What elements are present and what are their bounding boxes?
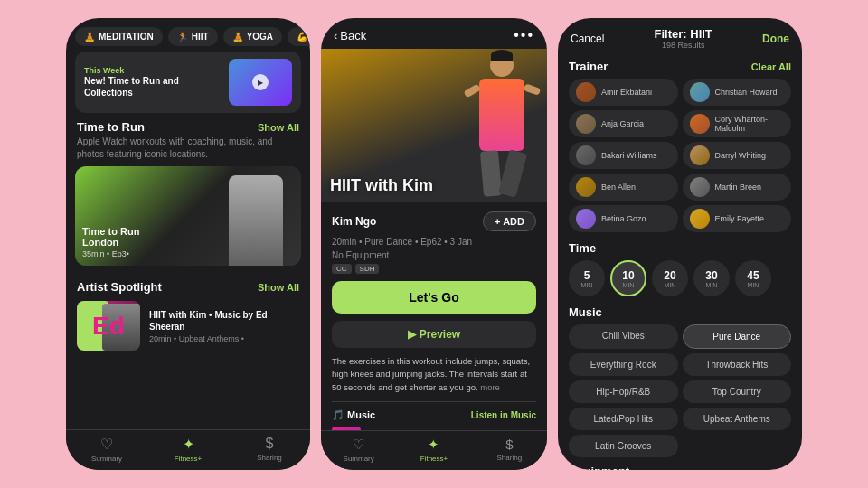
artist-image: Ed	[77, 301, 140, 351]
music-pure-dance[interactable]: Pure Dance	[683, 324, 792, 349]
trainer-section-header: Trainer Clear All	[569, 60, 791, 73]
trainer-name-cory: Cory Wharton-Malcolm	[715, 115, 785, 133]
music-chill-vibes[interactable]: Chill Vibes	[569, 324, 678, 349]
tab-meditation[interactable]: 🧘 MEDITATION	[75, 27, 163, 46]
time-section-header: Time	[569, 241, 791, 255]
time-pill-45[interactable]: 45 MIN	[735, 260, 771, 296]
equipment-section-title: Equipment	[569, 465, 629, 470]
artist-info: HIIT with Kim • Music by Ed Sheeran 20mi…	[149, 309, 299, 343]
trainer-anja[interactable]: Anja Garcia	[569, 110, 678, 137]
instructor-row: Kim Ngo + ADD	[332, 211, 536, 231]
music-title: 🎵 Music	[332, 409, 375, 421]
hiit-icon: 🏃	[177, 32, 188, 42]
s2-tab-summary[interactable]: ♡ Summary	[321, 436, 396, 463]
time-section-title: Time	[569, 241, 596, 255]
time-45-unit: MIN	[748, 282, 760, 288]
done-button[interactable]: Done	[762, 33, 789, 45]
artist-spotlight-header: Artist Spotlight Show All	[66, 273, 310, 296]
sharing-label: Sharing	[257, 454, 282, 462]
s2-tab-fitness-plus[interactable]: ✦ Fitness+	[396, 436, 471, 463]
music-hip-hop-rnb[interactable]: Hip-Hop/R&B	[569, 380, 678, 403]
time-to-run-show-all[interactable]: Show All	[258, 122, 299, 133]
tab-summary[interactable]: ♡ Summary	[66, 436, 147, 463]
yoga-icon: 🧘	[232, 32, 243, 42]
preview-play-icon: ▶	[408, 328, 416, 341]
more-link[interactable]: more	[480, 382, 500, 392]
time-to-run-title: Time to Run	[77, 120, 145, 134]
filter-title: Filter: HIIT	[655, 27, 712, 41]
artist-card[interactable]: Ed HIIT with Kim • Music by Ed Sheeran 2…	[66, 296, 310, 356]
trainer-emily[interactable]: Emily Fayette	[683, 205, 792, 232]
tab-yoga[interactable]: 🧘 YOGA	[223, 27, 282, 46]
trainer-betina[interactable]: Betina Gozo	[569, 205, 678, 232]
tab-core[interactable]: 💪 CORE	[288, 27, 310, 46]
back-chevron: ‹	[334, 29, 337, 42]
artist-spotlight-show-all[interactable]: Show All	[258, 282, 299, 293]
trainer-name-martin: Martin Breen	[715, 183, 762, 192]
trainer-ben[interactable]: Ben Allen	[569, 174, 678, 201]
time-pill-30[interactable]: 30 MIN	[693, 260, 730, 296]
s2-tab-sharing[interactable]: $ Sharing	[472, 436, 547, 463]
trainer-darryl[interactable]: Darryl Whiting	[683, 142, 792, 169]
this-week-title: New! Time to Run and Collections	[84, 75, 222, 99]
add-button[interactable]: + ADD	[483, 211, 536, 231]
figure-body	[479, 79, 524, 151]
play-button[interactable]: ▶	[252, 74, 269, 90]
time-pill-20[interactable]: 20 MIN	[652, 260, 688, 296]
music-everything-rock[interactable]: Everything Rock	[569, 353, 678, 376]
trainer-name-darryl: Darryl Whiting	[715, 151, 767, 160]
equipment-meta: No Equipment	[332, 250, 536, 260]
clear-all-button[interactable]: Clear All	[751, 61, 791, 72]
tab-sharing[interactable]: $ Sharing	[229, 436, 310, 463]
trainer-avatar-betina	[576, 209, 596, 229]
trainer-bakari[interactable]: Bakari Williams	[569, 142, 678, 169]
time-5-unit: MIN	[581, 282, 593, 288]
tab-hiit-label: HIIT	[192, 32, 209, 42]
person-silhouette	[229, 175, 283, 266]
s2-hero: HIIT with Kim	[321, 49, 547, 202]
s3-header: Cancel Filter: HIIT 198 Results Done	[558, 18, 802, 52]
trainer-christian[interactable]: Christian Howard	[683, 79, 792, 106]
this-week-card[interactable]: This Week New! Time to Run and Collectio…	[75, 52, 301, 113]
music-latest-pop[interactable]: Lated/Pop Hits	[569, 408, 678, 430]
listen-in-music[interactable]: Listen in Music	[471, 410, 536, 420]
lets-go-button[interactable]: Let's Go	[332, 281, 536, 314]
tab-fitness-plus[interactable]: ✦ Fitness+	[147, 436, 229, 463]
trainer-avatar-darryl	[690, 145, 710, 165]
tab-yoga-label: YOGA	[247, 32, 273, 42]
time-to-run-subtitle: Apple Watch workouts with coaching, musi…	[66, 136, 310, 166]
screens-container: 🧘 MEDITATION 🏃 HIIT 🧘 YOGA 💪 CORE This W…	[66, 18, 802, 470]
time-5-num: 5	[584, 269, 590, 282]
time-20-num: 20	[664, 269, 675, 282]
card-title: Time to Run London	[82, 226, 139, 248]
music-throwback-hits[interactable]: Throwback Hits	[683, 353, 792, 376]
trainer-avatar-bakari	[576, 145, 596, 165]
trainer-avatar-martin	[690, 177, 710, 197]
trainer-amir[interactable]: Amir Ekbatani	[569, 79, 678, 106]
meditation-icon: 🧘	[84, 32, 95, 42]
artist-spotlight-title: Artist Spotlight	[77, 280, 162, 294]
music-latin-grooves[interactable]: Latin Grooves	[569, 435, 678, 457]
preview-button[interactable]: ▶ Preview	[332, 321, 536, 348]
filter-title-block: Filter: HIIT 198 Results	[655, 27, 712, 50]
more-button[interactable]: •••	[514, 27, 534, 43]
music-upbeat-anthems[interactable]: Upbeat Anthems	[683, 408, 792, 430]
tab-hiit[interactable]: 🏃 HIIT	[168, 27, 218, 46]
time-pill-10[interactable]: 10 MIN	[610, 260, 646, 296]
trainer-name-bakari: Bakari Williams	[601, 151, 657, 160]
music-grid: Chill Vibes Pure Dance Everything Rock T…	[569, 324, 791, 457]
time-pill-5[interactable]: 5 MIN	[569, 260, 605, 296]
s2-header: ‹ Back •••	[321, 18, 547, 49]
trainer-martin[interactable]: Martin Breen	[683, 174, 792, 201]
music-top-country[interactable]: Top Country	[683, 380, 792, 403]
results-count: 198 Results	[655, 41, 712, 50]
time-30-num: 30	[705, 269, 717, 282]
figure-arm-right	[524, 83, 542, 96]
time-to-run-card[interactable]: Time to Run London 35min • Ep3•	[75, 166, 301, 266]
hero-figure	[461, 53, 542, 202]
cancel-button[interactable]: Cancel	[571, 33, 604, 45]
fitness-plus-label: Fitness+	[175, 455, 202, 463]
this-week-text: This Week New! Time to Run and Collectio…	[84, 66, 222, 99]
trainer-cory[interactable]: Cory Wharton-Malcolm	[683, 110, 792, 137]
back-button[interactable]: ‹ Back	[334, 29, 366, 42]
